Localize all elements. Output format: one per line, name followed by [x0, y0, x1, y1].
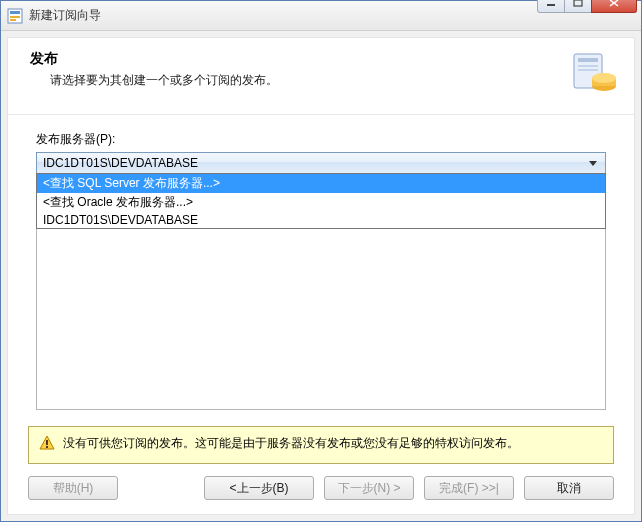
- close-icon: [609, 0, 619, 7]
- svg-rect-3: [10, 19, 16, 21]
- svg-rect-11: [578, 69, 598, 71]
- window-buttons: [538, 0, 637, 13]
- svg-rect-16: [46, 440, 48, 445]
- wizard-header: 发布 请选择要为其创建一个或多个订阅的发布。: [8, 38, 634, 115]
- button-row: 帮助(H) 上一步(B) 下一步(N) > 完成(F) >>| 取消: [8, 464, 634, 514]
- svg-rect-9: [578, 58, 598, 62]
- publication-icon: [570, 50, 618, 98]
- wizard-window: 新建订阅向导 发布 请选择要为其创建一个或多个订阅的发布。: [0, 0, 642, 522]
- header-text: 发布 请选择要为其创建一个或多个订阅的发布。: [30, 50, 558, 89]
- svg-point-14: [592, 73, 616, 83]
- svg-rect-5: [574, 0, 582, 6]
- svg-rect-2: [10, 16, 20, 18]
- help-button[interactable]: 帮助(H): [28, 476, 118, 500]
- info-message: 没有可供您订阅的发布。这可能是由于服务器没有发布或您没有足够的特权访问发布。: [63, 435, 519, 452]
- maximize-button[interactable]: [564, 0, 592, 13]
- publisher-combobox[interactable]: IDC1DT01S\DEVDATABASE <查找 SQL Server 发布服…: [36, 152, 606, 174]
- cancel-button[interactable]: 取消: [524, 476, 614, 500]
- dropdown-option[interactable]: <查找 SQL Server 发布服务器...>: [37, 174, 605, 193]
- svg-rect-17: [46, 446, 48, 448]
- dropdown-option[interactable]: <查找 Oracle 发布服务器...>: [37, 193, 605, 212]
- svg-rect-4: [547, 4, 555, 6]
- dropdown-arrow-icon: [589, 161, 597, 166]
- svg-rect-10: [578, 65, 598, 67]
- next-button[interactable]: 下一步(N) >: [324, 476, 414, 500]
- dropdown-option[interactable]: IDC1DT01S\DEVDATABASE: [37, 212, 605, 228]
- publisher-dropdown: <查找 SQL Server 发布服务器...> <查找 Oracle 发布服务…: [36, 173, 606, 229]
- content-area: 发布 请选择要为其创建一个或多个订阅的发布。 发布服务器(P): IDC1DT0…: [7, 37, 635, 515]
- svg-rect-1: [10, 11, 20, 14]
- finish-button[interactable]: 完成(F) >>|: [424, 476, 514, 500]
- page-subtitle: 请选择要为其创建一个或多个订阅的发布。: [50, 72, 558, 89]
- titlebar[interactable]: 新建订阅向导: [1, 1, 641, 31]
- publisher-selected-value: IDC1DT01S\DEVDATABASE: [43, 156, 589, 170]
- maximize-icon: [573, 0, 583, 7]
- info-bar: 没有可供您订阅的发布。这可能是由于服务器没有发布或您没有足够的特权访问发布。: [28, 426, 614, 464]
- app-icon: [7, 8, 23, 24]
- back-button[interactable]: 上一步(B): [204, 476, 314, 500]
- publisher-label: 发布服务器(P):: [36, 131, 606, 148]
- page-title: 发布: [30, 50, 558, 68]
- minimize-button[interactable]: [537, 0, 565, 13]
- warning-icon: [39, 435, 55, 451]
- window-title: 新建订阅向导: [29, 7, 538, 24]
- close-button[interactable]: [591, 0, 637, 13]
- wizard-body: 发布服务器(P): IDC1DT01S\DEVDATABASE <查找 SQL …: [8, 115, 634, 418]
- minimize-icon: [546, 0, 556, 7]
